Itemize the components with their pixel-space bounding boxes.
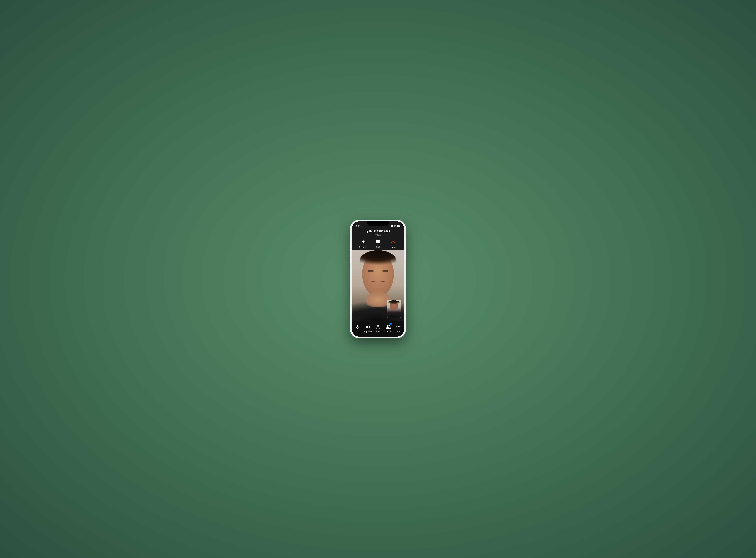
svg-rect-8 <box>367 231 367 232</box>
more-icon <box>396 326 400 328</box>
self-view-video <box>387 300 401 318</box>
svg-rect-3 <box>392 225 393 227</box>
share-button[interactable]: Share <box>374 324 383 333</box>
phone-notch <box>367 222 389 226</box>
svg-point-28 <box>396 326 397 327</box>
mute-label: Mute <box>356 331 359 333</box>
end-call-button[interactable]: End <box>390 238 397 248</box>
svg-point-26 <box>386 325 388 327</box>
share-icon <box>376 325 380 329</box>
more-icon-container <box>395 324 402 330</box>
phone-screen: 9:41 <box>352 222 404 336</box>
svg-rect-9 <box>367 231 368 232</box>
status-time: 9:41 <box>356 225 360 228</box>
phone-device: 9:41 <box>350 220 406 338</box>
speaker-button[interactable]: Speaker <box>359 238 366 248</box>
svg-point-27 <box>389 325 390 327</box>
participants-button[interactable]: 4 Participants <box>384 324 393 333</box>
signal-icon <box>390 225 393 227</box>
svg-marker-22 <box>369 325 370 328</box>
more-label: More <box>397 331 400 333</box>
chat-icon <box>376 239 380 244</box>
call-top-controls: Speaker Chat <box>352 236 404 248</box>
mic-icon <box>356 325 359 329</box>
wifi-icon <box>394 225 396 227</box>
self-view-hair <box>388 300 400 305</box>
video-area <box>352 250 404 321</box>
chat-icon-container <box>374 238 382 245</box>
stop-video-label: Stop video <box>364 331 372 333</box>
participants-icon-container: 4 <box>385 324 392 330</box>
mic-icon-container <box>354 324 361 330</box>
stop-video-button[interactable]: Stop video <box>363 324 372 333</box>
back-button[interactable]: ‹ <box>354 230 355 233</box>
more-button[interactable]: More <box>394 324 403 333</box>
share-icon-container <box>375 324 381 330</box>
hair-top <box>360 250 396 272</box>
end-call-icon <box>390 240 396 243</box>
svg-rect-7 <box>366 232 367 232</box>
svg-rect-0 <box>390 226 390 227</box>
svg-marker-11 <box>362 240 364 243</box>
main-video <box>352 250 404 321</box>
svg-rect-10 <box>368 231 369 232</box>
participant-badge: 4 <box>390 323 392 325</box>
hands <box>367 293 390 307</box>
end-call-icon-container <box>390 238 397 245</box>
call-id: ID: 237-956-0884 <box>366 230 390 233</box>
svg-rect-5 <box>397 225 400 227</box>
chat-label: Chat <box>376 246 380 248</box>
svg-point-29 <box>398 326 399 327</box>
svg-rect-2 <box>392 225 392 227</box>
speaker-label: Speaker <box>359 246 366 248</box>
share-label: Share <box>376 331 380 333</box>
end-label: End <box>392 246 395 248</box>
svg-rect-18 <box>357 325 358 327</box>
participants-label: Participants <box>384 331 393 333</box>
svg-rect-6 <box>400 226 400 227</box>
status-icons <box>390 225 400 227</box>
svg-rect-14 <box>377 241 379 241</box>
video-icon-container <box>364 324 371 330</box>
svg-rect-12 <box>376 240 380 243</box>
participants-icon <box>386 325 390 329</box>
call-timer: 03:12 <box>375 234 381 236</box>
svg-rect-15 <box>377 242 378 242</box>
self-view-clothes <box>387 311 401 318</box>
smile <box>369 279 387 282</box>
speaker-icon <box>360 239 365 244</box>
battery-icon <box>397 225 400 227</box>
bottom-controls: Mute Stop video <box>352 321 404 336</box>
mute-button[interactable]: Mute <box>353 324 362 333</box>
svg-point-30 <box>399 326 400 327</box>
chat-button[interactable]: Chat <box>374 238 382 248</box>
svg-rect-1 <box>391 226 391 227</box>
svg-marker-13 <box>377 243 378 244</box>
self-view <box>386 300 401 318</box>
call-signal-icon <box>366 231 368 232</box>
video-icon <box>366 325 370 329</box>
speaker-icon-container <box>359 238 366 245</box>
svg-rect-21 <box>366 326 369 328</box>
call-id-text: ID: 237-956-0884 <box>369 230 390 233</box>
